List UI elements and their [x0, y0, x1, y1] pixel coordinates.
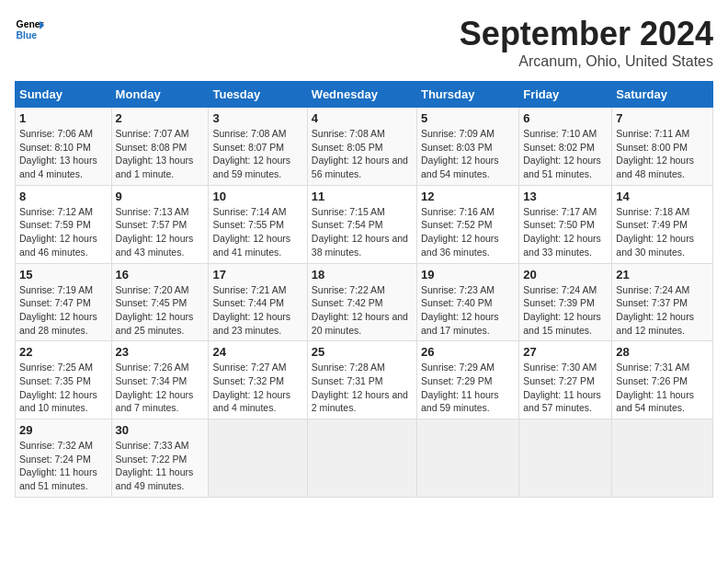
week-row-1: 1 Sunrise: 7:06 AMSunset: 8:10 PMDayligh…: [16, 108, 713, 186]
day-number: 20: [523, 268, 608, 282]
day-detail: Sunrise: 7:28 AMSunset: 7:31 PMDaylight:…: [312, 361, 413, 415]
day-detail: Sunrise: 7:06 AMSunset: 8:10 PMDaylight:…: [19, 127, 108, 181]
day-number: 13: [523, 190, 608, 203]
header: General Blue September 2024 Arcanum, Ohi…: [15, 15, 713, 70]
day-detail: Sunrise: 7:08 AMSunset: 8:07 PMDaylight:…: [212, 127, 302, 181]
calendar-cell: 18 Sunrise: 7:22 AMSunset: 7:42 PMDaylig…: [307, 263, 416, 341]
week-row-3: 15 Sunrise: 7:19 AMSunset: 7:47 PMDaylig…: [16, 263, 713, 341]
calendar-cell: [307, 419, 416, 498]
calendar-cell: 29 Sunrise: 7:32 AMSunset: 7:24 PMDaylig…: [16, 419, 112, 498]
day-detail: Sunrise: 7:32 AMSunset: 7:24 PMDaylight:…: [19, 439, 108, 493]
calendar-cell: 25 Sunrise: 7:28 AMSunset: 7:31 PMDaylig…: [307, 341, 416, 419]
day-number: 24: [212, 345, 302, 359]
day-number: 9: [116, 190, 205, 203]
weekday-header-friday: Friday: [519, 82, 612, 108]
weekday-header-monday: Monday: [111, 82, 209, 108]
day-number: 12: [421, 190, 515, 203]
day-detail: Sunrise: 7:27 AMSunset: 7:32 PMDaylight:…: [212, 361, 302, 415]
calendar-cell: 1 Sunrise: 7:06 AMSunset: 8:10 PMDayligh…: [16, 108, 112, 186]
day-detail: Sunrise: 7:09 AMSunset: 8:03 PMDaylight:…: [421, 127, 515, 181]
calendar-cell: [612, 419, 713, 498]
weekday-header-sunday: Sunday: [16, 82, 112, 108]
day-number: 7: [616, 111, 709, 125]
day-detail: Sunrise: 7:13 AMSunset: 7:57 PMDaylight:…: [116, 205, 205, 259]
day-number: 8: [19, 190, 108, 203]
calendar-cell: 22 Sunrise: 7:25 AMSunset: 7:35 PMDaylig…: [16, 341, 112, 419]
calendar-cell: 6 Sunrise: 7:10 AMSunset: 8:02 PMDayligh…: [519, 108, 612, 186]
calendar-cell: 7 Sunrise: 7:11 AMSunset: 8:00 PMDayligh…: [612, 108, 713, 186]
calendar-cell: 11 Sunrise: 7:15 AMSunset: 7:54 PMDaylig…: [307, 185, 416, 263]
day-detail: Sunrise: 7:31 AMSunset: 7:26 PMDaylight:…: [616, 361, 709, 415]
day-detail: Sunrise: 7:08 AMSunset: 8:05 PMDaylight:…: [312, 127, 413, 181]
calendar-cell: 24 Sunrise: 7:27 AMSunset: 7:32 PMDaylig…: [209, 341, 307, 419]
weekday-header-saturday: Saturday: [612, 82, 713, 108]
day-detail: Sunrise: 7:20 AMSunset: 7:45 PMDaylight:…: [116, 283, 205, 338]
day-number: 1: [19, 111, 108, 125]
calendar-cell: 21 Sunrise: 7:24 AMSunset: 7:37 PMDaylig…: [612, 263, 713, 341]
title-area: September 2024 Arcanum, Ohio, United Sta…: [460, 15, 713, 70]
day-detail: Sunrise: 7:10 AMSunset: 8:02 PMDaylight:…: [523, 127, 608, 181]
day-number: 4: [312, 111, 413, 125]
calendar-cell: [416, 419, 518, 498]
day-number: 16: [116, 268, 205, 282]
calendar-cell: 27 Sunrise: 7:30 AMSunset: 7:27 PMDaylig…: [519, 341, 612, 419]
day-detail: Sunrise: 7:21 AMSunset: 7:44 PMDaylight:…: [212, 283, 302, 338]
day-detail: Sunrise: 7:07 AMSunset: 8:08 PMDaylight:…: [116, 127, 205, 181]
day-number: 26: [421, 345, 515, 359]
day-number: 19: [421, 268, 515, 282]
day-number: 30: [116, 423, 205, 437]
day-detail: Sunrise: 7:29 AMSunset: 7:29 PMDaylight:…: [421, 361, 515, 415]
day-detail: Sunrise: 7:22 AMSunset: 7:42 PMDaylight:…: [312, 283, 413, 338]
day-detail: Sunrise: 7:19 AMSunset: 7:47 PMDaylight:…: [19, 283, 108, 338]
calendar-cell: [519, 419, 612, 498]
day-number: 27: [523, 345, 608, 359]
calendar-cell: 30 Sunrise: 7:33 AMSunset: 7:22 PMDaylig…: [111, 419, 209, 498]
day-number: 23: [116, 345, 205, 359]
weekday-header-tuesday: Tuesday: [209, 82, 307, 108]
calendar-cell: [209, 419, 307, 498]
day-detail: Sunrise: 7:30 AMSunset: 7:27 PMDaylight:…: [523, 361, 608, 415]
day-detail: Sunrise: 7:23 AMSunset: 7:40 PMDaylight:…: [421, 283, 515, 338]
logo: General Blue: [15, 15, 44, 44]
calendar-cell: 16 Sunrise: 7:20 AMSunset: 7:45 PMDaylig…: [111, 263, 209, 341]
calendar-cell: 12 Sunrise: 7:16 AMSunset: 7:52 PMDaylig…: [416, 185, 518, 263]
day-number: 29: [19, 423, 108, 437]
weekday-header-row: SundayMondayTuesdayWednesdayThursdayFrid…: [16, 82, 713, 108]
main-title: September 2024: [460, 15, 713, 53]
calendar-cell: 20 Sunrise: 7:24 AMSunset: 7:39 PMDaylig…: [519, 263, 612, 341]
day-detail: Sunrise: 7:18 AMSunset: 7:49 PMDaylight:…: [616, 205, 709, 259]
calendar-cell: 19 Sunrise: 7:23 AMSunset: 7:40 PMDaylig…: [416, 263, 518, 341]
week-row-5: 29 Sunrise: 7:32 AMSunset: 7:24 PMDaylig…: [16, 419, 713, 498]
day-number: 15: [19, 268, 108, 282]
svg-text:Blue: Blue: [17, 30, 38, 40]
day-number: 2: [116, 111, 205, 125]
calendar-cell: 13 Sunrise: 7:17 AMSunset: 7:50 PMDaylig…: [519, 185, 612, 263]
day-detail: Sunrise: 7:24 AMSunset: 7:39 PMDaylight:…: [523, 283, 608, 338]
day-detail: Sunrise: 7:26 AMSunset: 7:34 PMDaylight:…: [116, 361, 205, 415]
day-detail: Sunrise: 7:11 AMSunset: 8:00 PMDaylight:…: [616, 127, 709, 181]
day-number: 6: [523, 111, 608, 125]
day-number: 22: [19, 345, 108, 359]
day-number: 3: [212, 111, 302, 125]
day-detail: Sunrise: 7:16 AMSunset: 7:52 PMDaylight:…: [421, 205, 515, 259]
day-number: 14: [616, 190, 709, 203]
logo-icon: General Blue: [15, 15, 44, 44]
day-detail: Sunrise: 7:14 AMSunset: 7:55 PMDaylight:…: [212, 205, 302, 259]
week-row-4: 22 Sunrise: 7:25 AMSunset: 7:35 PMDaylig…: [16, 341, 713, 419]
day-detail: Sunrise: 7:25 AMSunset: 7:35 PMDaylight:…: [19, 361, 108, 415]
weekday-header-thursday: Thursday: [416, 82, 518, 108]
calendar-cell: 26 Sunrise: 7:29 AMSunset: 7:29 PMDaylig…: [416, 341, 518, 419]
day-detail: Sunrise: 7:24 AMSunset: 7:37 PMDaylight:…: [616, 283, 709, 338]
calendar-cell: 4 Sunrise: 7:08 AMSunset: 8:05 PMDayligh…: [307, 108, 416, 186]
day-number: 25: [312, 345, 413, 359]
calendar-cell: 8 Sunrise: 7:12 AMSunset: 7:59 PMDayligh…: [16, 185, 112, 263]
calendar-cell: 2 Sunrise: 7:07 AMSunset: 8:08 PMDayligh…: [111, 108, 209, 186]
calendar-cell: 10 Sunrise: 7:14 AMSunset: 7:55 PMDaylig…: [209, 185, 307, 263]
day-detail: Sunrise: 7:12 AMSunset: 7:59 PMDaylight:…: [19, 205, 108, 259]
subtitle: Arcanum, Ohio, United States: [460, 53, 713, 70]
week-row-2: 8 Sunrise: 7:12 AMSunset: 7:59 PMDayligh…: [16, 185, 713, 263]
day-number: 5: [421, 111, 515, 125]
day-detail: Sunrise: 7:17 AMSunset: 7:50 PMDaylight:…: [523, 205, 608, 259]
calendar-cell: 23 Sunrise: 7:26 AMSunset: 7:34 PMDaylig…: [111, 341, 209, 419]
day-number: 18: [312, 268, 413, 282]
